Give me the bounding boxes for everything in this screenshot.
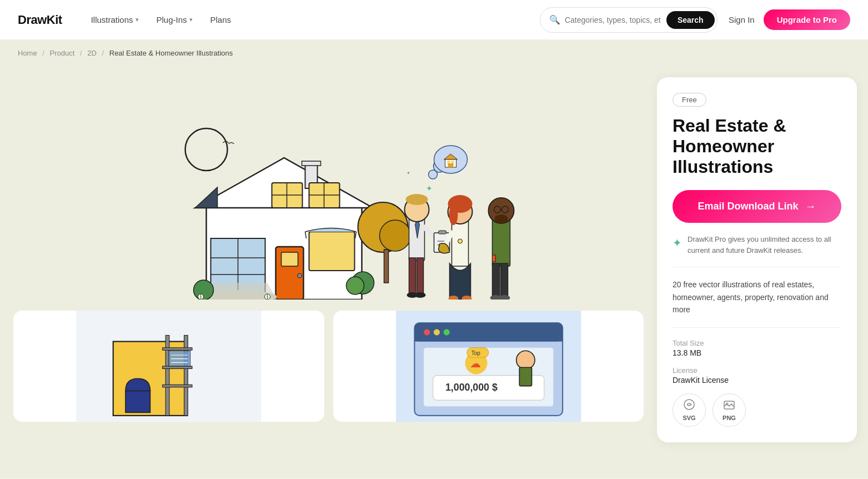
description: 20 free vector illustrations of real est…: [673, 278, 841, 316]
nav-plans[interactable]: Plans: [204, 11, 238, 29]
free-badge: Free: [673, 93, 706, 107]
svg-rect-84: [163, 348, 192, 350]
svg-point-26: [347, 277, 364, 295]
header: DrawKit Illustrations ▾ Plug-Ins ▾ Plans…: [0, 0, 868, 40]
svg-rect-81: [126, 391, 150, 412]
svg-rect-85: [163, 366, 192, 368]
preview-card-2[interactable]: ☁ Top 1,000,000 $: [333, 311, 644, 422]
breadcrumb-home[interactable]: Home: [18, 49, 37, 57]
nav-plugins[interactable]: Plug-Ins ▾: [150, 11, 199, 29]
svg-rect-29: [384, 250, 389, 283]
breadcrumb-product[interactable]: Product: [50, 49, 75, 57]
license-label: License: [673, 366, 841, 375]
svg-point-96: [433, 329, 439, 335]
total-size-row: Total Size 13.8 MB: [673, 339, 841, 357]
email-download-button[interactable]: Email Download Link →: [673, 190, 841, 223]
panel-title: Real Estate & Homeowner Illustrations: [673, 116, 841, 177]
svg-text:☁: ☁: [470, 357, 481, 370]
hero-svg: ✦ ✦ ✦: [13, 77, 644, 300]
header-actions: Sign In Upgrade to Pro: [729, 9, 850, 30]
svg-rect-18: [282, 252, 298, 266]
total-size-value: 13.8 MB: [673, 348, 841, 357]
format-badges: SVG PNG: [673, 393, 841, 427]
svg-rect-20: [309, 232, 355, 271]
search-button[interactable]: Search: [666, 11, 715, 29]
breadcrumb: Home / Product / 2D / Real Estate & Home…: [0, 40, 868, 66]
svg-rect-94: [414, 335, 563, 341]
svg-point-28: [380, 220, 411, 251]
license-value: DrawKit License: [673, 376, 841, 385]
svg-point-44: [406, 194, 428, 205]
svg-point-95: [424, 329, 430, 335]
svg-rect-76: [448, 161, 450, 163]
svg-point-19: [298, 273, 302, 278]
divider: [673, 267, 841, 267]
svg-rect-86: [163, 385, 192, 387]
side-panel: Free Real Estate & Homeowner Illustratio…: [657, 66, 868, 478]
total-size-label: Total Size: [673, 339, 841, 347]
pro-star-icon: ✦: [673, 234, 682, 251]
svg-point-64: [495, 214, 508, 223]
svg-icon: [683, 398, 695, 413]
svg-point-56: [449, 205, 458, 225]
logo[interactable]: DrawKit: [18, 13, 62, 27]
pro-note: ✦ DrawKit Pro gives you unlimited access…: [673, 234, 841, 256]
svg-rect-41: [409, 258, 416, 294]
png-format-badge: PNG: [713, 393, 746, 427]
search-icon: 🔍: [549, 14, 560, 25]
search-input[interactable]: [565, 16, 662, 24]
search-bar: 🔍 Search: [540, 7, 718, 33]
svg-rect-62: [501, 263, 508, 297]
preview-card-1[interactable]: [13, 311, 324, 422]
svg-point-107: [684, 400, 694, 410]
arrow-right-icon: →: [805, 200, 816, 213]
breadcrumb-sep: /: [102, 49, 104, 57]
hero-illustration: ✦ ✦ ✦: [13, 77, 644, 300]
chevron-down-icon: ▾: [136, 16, 139, 23]
svg-rect-87: [169, 351, 190, 366]
sign-in-button[interactable]: Sign In: [729, 15, 755, 24]
preview-grid: ☁ Top 1,000,000 $: [13, 311, 644, 422]
svg-rect-61: [493, 263, 500, 297]
svg-text:✦: ✦: [407, 171, 410, 176]
panel-card: Free Real Estate & Homeowner Illustratio…: [657, 77, 857, 442]
svg-format-badge: SVG: [673, 393, 706, 427]
svg-text:Top: Top: [471, 350, 480, 356]
breadcrumb-2d[interactable]: 2D: [87, 49, 97, 57]
svg-text:1,000,000 $: 1,000,000 $: [445, 382, 497, 393]
main-nav: Illustrations ▾ Plug-Ins ▾ Plans: [84, 11, 238, 29]
svg-text:✦: ✦: [426, 184, 433, 193]
svg-rect-42: [417, 258, 424, 294]
breadcrumb-current: Real Estate & Homeowner Illustrations: [109, 49, 233, 57]
svg-rect-6: [302, 161, 321, 166]
content-area: ✦ ✦ ✦: [0, 66, 657, 478]
svg-point-51: [415, 292, 426, 298]
nav-illustrations[interactable]: Illustrations ▾: [84, 11, 145, 29]
svg-rect-68: [493, 255, 496, 262]
svg-rect-47: [439, 231, 446, 234]
divider-2: [673, 327, 841, 328]
license-row: License DrawKit License: [673, 366, 841, 385]
png-icon: [723, 398, 735, 413]
svg-point-53: [458, 239, 463, 243]
svg-point-105: [516, 351, 534, 369]
svg-point-97: [443, 329, 449, 335]
main-content: ✦ ✦ ✦: [0, 66, 868, 478]
breadcrumb-sep: /: [80, 49, 82, 57]
upgrade-button[interactable]: Upgrade to Pro: [764, 9, 850, 30]
svg-rect-78: [448, 163, 454, 167]
svg-rect-106: [519, 367, 531, 386]
breadcrumb-sep: /: [42, 49, 44, 57]
svg-rect-77: [451, 161, 454, 163]
chevron-down-icon: ▾: [189, 16, 193, 23]
